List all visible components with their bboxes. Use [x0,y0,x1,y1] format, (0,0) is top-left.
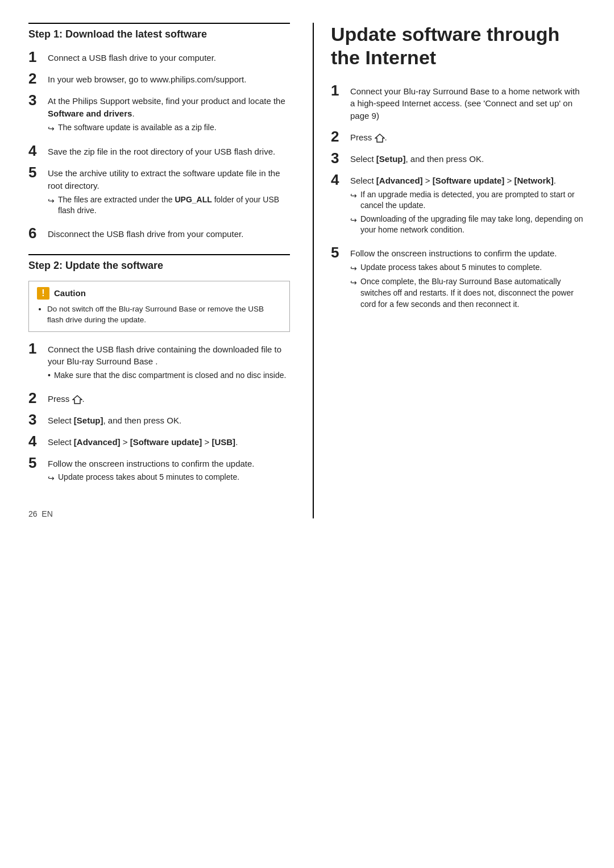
list-content: Follow the onscreen instructions to conf… [48,455,290,487]
list-content: Follow the onscreen instructions to conf… [350,245,586,312]
step2-title: Step 2: Update the software [28,254,290,272]
caution-label: Caution [54,288,86,298]
list-content: Press . [350,129,586,144]
list-number: 2 [331,129,345,144]
list-item: 4 Save the zip file in the root director… [28,143,290,158]
sub-bullet: ↪ The software update is available as a … [48,122,290,135]
list-content: Connect the USB flash drive containing t… [48,341,290,384]
arrow-icon: ↪ [48,473,55,484]
caution-header: ! Caution [37,287,281,300]
sub-bullet: ↪ If an upgrade media is detected, you a… [350,189,586,211]
arrow-icon: ↪ [350,263,357,275]
page-number: 26 [28,509,38,518]
list-number: 4 [28,143,42,158]
arrow-icon: ↪ [48,196,55,217]
list-item: 6 Disconnect the USB flash drive from yo… [28,226,290,240]
list-content: Disconnect the USB flash drive from your… [48,226,290,240]
list-item: 3 Select [Setup], and then press OK. [28,412,290,427]
bold-text: [Advanced] [74,437,121,447]
bold-text: [Network] [514,176,553,185]
list-content: Select [Setup], and then press OK. [350,151,586,165]
bullet-dot: • [48,370,51,381]
home-icon [72,395,82,404]
bold-text: [Software update] [130,437,202,447]
list-number: 5 [28,165,42,180]
list-item: 4 Select [Advanced] > [Software update] … [331,172,586,238]
step1-title: Step 1: Download the latest software [28,23,290,40]
list-item: 1 Connect the USB flash drive containing… [28,341,290,384]
list-item: 5 Follow the onscreen instructions to co… [28,455,290,487]
arrow-icon: ↪ [350,190,357,211]
bold-text: [Setup] [74,416,103,425]
bold-text: UPG_ALL [175,195,211,204]
step2-list: 1 Connect the USB flash drive containing… [28,341,290,487]
svg-marker-0 [73,396,82,404]
list-number: 4 [28,434,42,448]
list-number: 2 [28,71,42,86]
caution-box: ! Caution Do not switch off the Blu-ray … [28,281,290,332]
page-footer: 26 EN [28,509,290,518]
right-column: Update software through the Internet 1 C… [313,23,586,518]
arrow-icon: ↪ [350,277,357,310]
list-number: 1 [28,49,42,64]
step1-list: 1 Connect a USB flash drive to your comp… [28,49,290,240]
arrow-icon: ↪ [350,215,357,236]
list-number: 3 [331,151,345,165]
list-item: 5 Follow the onscreen instructions to co… [331,245,586,312]
sub-bullet: ↪ Downloading of the upgrading file may … [350,214,586,236]
list-item: 4 Select [Advanced] > [Software update] … [28,434,290,448]
bold-text: [Advanced] [376,176,423,185]
list-number: 2 [28,391,42,405]
bold-text: [Setup] [376,154,406,164]
list-item: 2 Press . [28,391,290,405]
sub-bullet: ↪ The files are extracted under the UPG_… [48,194,290,217]
list-content: Use the archive utility to extract the s… [48,165,290,219]
list-content: Connect your Blu-ray Surround Base to a … [350,83,586,122]
list-content: Press . [48,391,290,405]
list-item: 3 Select [Setup], and then press OK. [331,151,586,165]
right-title: Update software through the Internet [331,23,586,69]
caution-text: Do not switch off the Blu-ray Surround B… [37,304,281,326]
list-content: Select [Advanced] > [Software update] > … [350,172,586,238]
list-content: Connect a USB flash drive to your comput… [48,49,290,64]
list-item: 3 At the Philips Support website, find y… [28,93,290,136]
bullet-dot-item: • Make sure that the disc compartment is… [48,370,290,381]
list-number: 3 [28,93,42,107]
list-item: 2 In your web browser, go to www.philips… [28,71,290,86]
left-column: Step 1: Download the latest software 1 C… [28,23,290,518]
list-number: 5 [28,455,42,470]
list-number: 6 [28,226,42,240]
list-number: 4 [331,172,345,187]
sub-bullet: ↪ Update process takes about 5 minutes t… [48,472,290,484]
list-item: 2 Press . [331,129,586,144]
bold-text: [Software update] [433,176,505,185]
sub-bullet: ↪ Update process takes about 5 minutes t… [350,262,586,275]
list-content: At the Philips Support website, find you… [48,93,290,136]
sub-bullet: ↪ Once complete, the Blu-ray Surround Ba… [350,276,586,310]
bold-text: Software and drivers [48,109,132,118]
home-icon [375,134,385,143]
lang-label: EN [42,509,52,518]
caution-icon: ! [37,287,49,300]
list-item: 1 Connect a USB flash drive to your comp… [28,49,290,64]
list-content: Save the zip file in the root directory … [48,143,290,158]
list-content: In your web browser, go to www.philips.c… [48,71,290,86]
list-number: 3 [28,412,42,427]
list-item: 1 Connect your Blu-ray Surround Base to … [331,83,586,122]
right-list: 1 Connect your Blu-ray Surround Base to … [331,83,586,313]
list-number: 1 [28,341,42,356]
list-item: 5 Use the archive utility to extract the… [28,165,290,219]
arrow-icon: ↪ [48,123,55,135]
bold-text: [USB] [211,437,235,447]
svg-marker-1 [375,134,384,142]
list-content: Select [Setup], and then press OK. [48,412,290,427]
list-number: 5 [331,245,345,260]
list-number: 1 [331,83,345,98]
list-content: Select [Advanced] > [Software update] > … [48,434,290,448]
